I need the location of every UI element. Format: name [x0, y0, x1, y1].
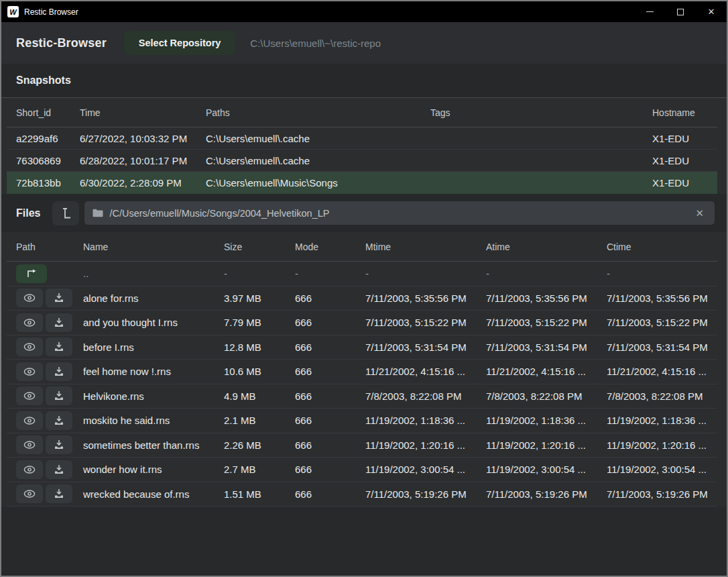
- close-icon: ✕: [708, 7, 715, 16]
- file-name: alone for.rns: [74, 293, 215, 304]
- page-title: Restic-Browser: [16, 36, 107, 50]
- file-atime: 11/21/2002, 4:15:16 ...: [477, 366, 597, 377]
- file-ctime: 11/19/2002, 1:18:36 ...: [597, 415, 717, 426]
- file-name: feel home now !.rns: [74, 366, 215, 377]
- file-name: wonder how it.rns: [74, 464, 215, 475]
- preview-file-button[interactable]: [16, 362, 43, 381]
- file-ctime: 7/11/2003, 5:35:56 PM: [597, 293, 717, 304]
- file-atime: 7/11/2003, 5:15:22 PM: [477, 317, 597, 328]
- snapshot-paths: C:\Users\emuell\.cache: [196, 155, 421, 166]
- download-file-button[interactable]: [46, 435, 72, 454]
- file-mtime: 11/19/2002, 1:18:36 ...: [356, 415, 477, 426]
- download-file-button[interactable]: [46, 460, 72, 479]
- eye-icon: [23, 319, 36, 327]
- file-mtime: 11/19/2002, 3:00:54 ...: [356, 464, 477, 475]
- eye-icon: [23, 343, 36, 351]
- preview-file-button[interactable]: [16, 484, 43, 503]
- folder-icon: [93, 209, 103, 217]
- col-size: Size: [215, 242, 286, 252]
- snapshots-title: Snapshots: [16, 74, 71, 87]
- file-atime: 7/11/2003, 5:31:54 PM: [477, 342, 597, 353]
- file-size: 2.7 MB: [215, 464, 286, 475]
- file-atime: 7/8/2003, 8:22:08 PM: [477, 390, 597, 402]
- file-atime: 7/11/2003, 5:35:56 PM: [477, 293, 597, 304]
- download-file-button[interactable]: [46, 386, 72, 405]
- file-mode: 666: [286, 415, 356, 426]
- file-row: feel home now !.rns 10.6 MB 666 11/21/20…: [7, 360, 717, 384]
- download-file-button[interactable]: [46, 362, 72, 381]
- title-bar: W Restic Browser ✕: [1, 1, 727, 22]
- maximize-button[interactable]: [665, 1, 696, 22]
- file-ctime: 11/19/2002, 1:20:16 ...: [597, 439, 717, 451]
- preview-file-button[interactable]: [16, 386, 43, 405]
- col-tags: Tags: [421, 107, 643, 118]
- file-ctime: 11/21/2002, 4:15:16 ...: [597, 366, 717, 377]
- select-repository-button[interactable]: Select Repository: [124, 31, 236, 55]
- file-ctime: 11/19/2002, 3:00:54 ...: [597, 464, 717, 475]
- download-file-button[interactable]: [46, 313, 72, 332]
- file-atime: 11/19/2002, 1:18:36 ...: [477, 415, 597, 426]
- file-row: before I.rns 12.8 MB 666 7/11/2003, 5:31…: [7, 335, 717, 360]
- tree-list-toggle-button[interactable]: [52, 201, 79, 225]
- preview-file-button[interactable]: [16, 435, 43, 454]
- col-path: Path: [7, 242, 74, 252]
- go-parent-directory-button[interactable]: [16, 264, 47, 283]
- download-file-button[interactable]: [46, 411, 72, 430]
- current-path-field[interactable]: /C/Users/emuell/Music/Songs/2004_Helveti…: [84, 201, 715, 225]
- file-mode: 666: [286, 293, 356, 304]
- snapshots-section-header: Snapshots: [1, 64, 727, 98]
- preview-file-button[interactable]: [16, 411, 43, 430]
- file-mtime: 7/11/2003, 5:35:56 PM: [356, 293, 477, 304]
- clear-path-button[interactable]: ✕: [692, 207, 707, 219]
- eye-icon: [23, 417, 36, 425]
- file-row: alone for.rns 3.97 MB 666 7/11/2003, 5:3…: [7, 286, 717, 311]
- file-mode: 666: [286, 317, 356, 328]
- file-size: 10.6 MB: [215, 366, 286, 377]
- file-ctime: -: [597, 268, 717, 279]
- file-size: 12.8 MB: [215, 342, 286, 353]
- file-size: 4.9 MB: [215, 390, 286, 402]
- file-mtime: 7/8/2003, 8:22:08 PM: [356, 390, 477, 402]
- eye-icon: [23, 466, 36, 474]
- file-size: 2.1 MB: [215, 415, 286, 426]
- preview-file-button[interactable]: [16, 288, 43, 307]
- snapshot-short-id: a2299af6: [7, 133, 70, 144]
- file-ctime: 7/11/2003, 5:19:26 PM: [597, 488, 717, 500]
- eye-icon: [23, 490, 36, 498]
- list-view-icon: [60, 207, 71, 219]
- eye-icon: [23, 441, 36, 449]
- snapshots-table: Short_id Time Paths Tags Hostname a2299a…: [1, 98, 727, 194]
- snapshot-time: 6/28/2022, 10:01:17 PM: [70, 155, 196, 166]
- minimize-button[interactable]: [634, 1, 665, 22]
- file-row: sometimes better than.rns 2.26 MB 666 11…: [7, 433, 717, 458]
- app-logo-icon: W: [7, 6, 19, 17]
- file-mtime: 7/11/2003, 5:31:54 PM: [356, 342, 477, 353]
- preview-file-button[interactable]: [16, 337, 43, 356]
- download-icon: [54, 342, 64, 352]
- app-window: W Restic Browser ✕ Restic-Browser Select…: [0, 0, 728, 577]
- download-icon: [54, 318, 64, 327]
- file-name: before I.rns: [74, 342, 215, 353]
- snapshot-row-selected[interactable]: 72b813bb 6/30/2022, 2:28:09 PM C:\Users\…: [7, 172, 717, 194]
- file-atime: 11/19/2002, 1:20:16 ...: [477, 439, 597, 451]
- download-file-button[interactable]: [46, 337, 72, 356]
- file-atime: 7/11/2003, 5:19:26 PM: [477, 488, 597, 500]
- col-short-id: Short_id: [7, 107, 70, 118]
- preview-file-button[interactable]: [16, 313, 43, 332]
- col-ctime: Ctime: [597, 242, 717, 252]
- snapshot-row[interactable]: a2299af6 6/27/2022, 10:03:32 PM C:\Users…: [7, 127, 717, 150]
- preview-file-button[interactable]: [16, 460, 43, 479]
- snapshot-short-id: 72b813bb: [7, 177, 70, 189]
- snapshot-time: 6/27/2022, 10:03:32 PM: [70, 133, 196, 144]
- eye-icon: [23, 368, 36, 376]
- file-name: wrecked because of.rns: [74, 488, 215, 500]
- download-icon: [54, 293, 64, 303]
- download-icon: [54, 489, 64, 499]
- file-mode: 666: [286, 439, 356, 451]
- snapshot-row[interactable]: 76306869 6/28/2022, 10:01:17 PM C:\Users…: [7, 150, 717, 172]
- close-button[interactable]: ✕: [696, 1, 727, 22]
- file-name: and you thought I.rns: [74, 317, 215, 328]
- current-path-text: /C/Users/emuell/Music/Songs/2004_Helveti…: [109, 208, 692, 219]
- download-file-button[interactable]: [46, 484, 72, 503]
- download-file-button[interactable]: [46, 288, 72, 307]
